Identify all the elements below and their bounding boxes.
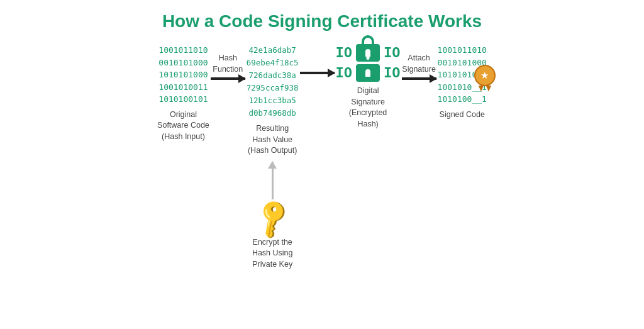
lock-digits-top: IO [336, 46, 353, 60]
lock-digits-top2: IO [384, 46, 401, 60]
badge-circle: ★ [474, 65, 496, 86]
attach-signature-label: AttachSignature [402, 53, 436, 75]
hash-value-text: 42e1a6dab7 69ebe4f18c5 726dadc38a 7295cc… [247, 44, 299, 120]
lock-symbol: IO IO IO IO [336, 44, 401, 82]
step-signed-code: 1001011010 0010101000 1010101000 1001010… [438, 44, 487, 120]
lock-body [356, 44, 380, 62]
step-hash-value: 42e1a6dab7 69ebe4f18c5 726dadc38a 7295cc… [247, 44, 299, 270]
badge-star: ★ [480, 70, 489, 81]
hash-function-label: HashFunction [213, 53, 243, 75]
diagram: 1001011010 0010101000 1010101000 1001010… [0, 44, 644, 270]
signed-code-label: Signed Code [440, 109, 485, 121]
arrow-up-container: 🔑 Encrypt theHash UsingPrivate Key [252, 162, 293, 270]
arrow-to-signed [402, 77, 436, 80]
badge-tail-right [486, 86, 491, 92]
lock-keyhole-2 [365, 69, 370, 77]
step-digital-signature: IO IO IO IO DigitalSignature(Encrypted [336, 44, 401, 130]
hash-function-block: HashFunction [211, 44, 245, 80]
certificate-badge: ★ [474, 65, 496, 92]
badge-tails [474, 86, 496, 92]
signed-code-wrapper: 1001011010 0010101000 1010101000 1001010… [438, 44, 487, 106]
step-original-code: 1001011010 0010101000 1010101000 1001010… [157, 44, 209, 142]
arrow-to-signature [300, 72, 335, 74]
private-key-label: Encrypt theHash UsingPrivate Key [252, 237, 293, 270]
digital-signature-label: DigitalSignature(EncryptedHash) [349, 86, 387, 130]
original-code-label: OriginalSoftware Code(Hash Input) [157, 109, 209, 143]
attach-signature-block: AttachSignature [402, 44, 436, 80]
badge-tail-left [478, 86, 484, 92]
key-icon: 🔑 [249, 194, 296, 241]
page-title: How a Code Signing Certificate Works [162, 0, 482, 38]
arrow-to-hash [211, 77, 245, 80]
lock-body-2 [356, 64, 380, 82]
hash-value-label: ResultingHash Value(Hash Output) [248, 123, 297, 157]
arrow-up-line [272, 162, 274, 199]
lock-digits-bot: IO [336, 66, 353, 80]
arrow-to-signature-block [300, 44, 335, 74]
lock-digits-bot2: IO [384, 66, 401, 80]
original-binary: 1001011010 0010101000 1010101000 1001010… [158, 44, 208, 106]
main-flow: 1001011010 0010101000 1010101000 1001010… [157, 44, 487, 270]
